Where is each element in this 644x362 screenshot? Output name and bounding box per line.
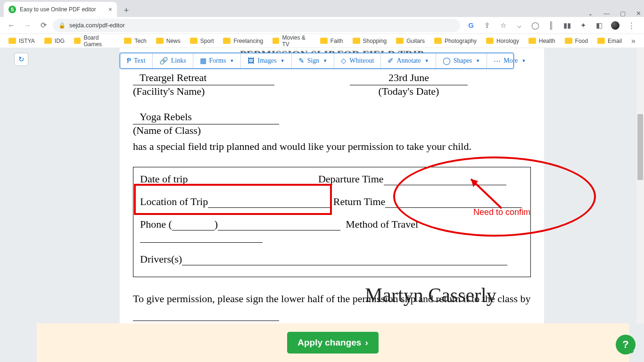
sign-icon: ✎: [298, 57, 305, 65]
bookmark-label: News: [166, 38, 181, 44]
tool-annotate[interactable]: ✐Annotate▼: [381, 53, 436, 68]
phone-area-input[interactable]: [172, 221, 215, 230]
tool-more[interactable]: ⋯More▼: [487, 53, 532, 68]
annotation-rectangle[interactable]: [134, 184, 332, 215]
tool-text[interactable]: ⱣText: [120, 53, 153, 68]
folder-icon: [353, 38, 360, 44]
sidepanel-icon[interactable]: ◧: [595, 21, 603, 30]
bookmark-label: Tech: [134, 38, 146, 44]
kebab-menu-icon[interactable]: ⋮: [627, 21, 636, 30]
tool-label: Whiteout: [349, 57, 374, 65]
tool-sign[interactable]: ✎Sign▼: [292, 53, 335, 68]
chevron-down-icon[interactable]: ⌄: [588, 10, 593, 17]
bookmark-shopping[interactable]: Shopping: [349, 36, 391, 46]
editor-canvas: ↻ PERMISSION SLIP FOR FIELD TRIP ⱣText 🔗…: [0, 48, 644, 362]
bookmark-label: Board Games: [83, 34, 115, 48]
bookmark-istya[interactable]: ISTYA: [5, 36, 39, 46]
folder-icon: [320, 38, 328, 44]
facility-value[interactable]: Treargel Retreat: [133, 72, 274, 85]
bookmark-movies-tv[interactable]: Movies & TV: [269, 33, 314, 49]
star-icon[interactable]: ☆: [499, 21, 507, 30]
browser-tab[interactable]: S Easy to use Online PDF editor ×: [4, 2, 117, 17]
bookmark-board-games[interactable]: Board Games: [70, 33, 118, 49]
vertical-scrollbar[interactable]: [636, 48, 644, 323]
tool-whiteout[interactable]: ◇Whiteout: [334, 53, 381, 68]
back-button[interactable]: ←: [5, 19, 18, 32]
bookmark-faith[interactable]: Faith: [316, 36, 347, 46]
bookmark-guitars[interactable]: Guitars: [392, 36, 429, 46]
bookmarks-overflow-icon[interactable]: »: [627, 37, 639, 45]
bookmark-horology[interactable]: Horology: [482, 36, 523, 46]
pdf-page[interactable]: PERMISSION SLIP FOR FIELD TRIP ⱣText 🔗Li…: [120, 48, 544, 362]
bookmark-label: Sport: [200, 38, 214, 44]
eraser-icon: ◇: [341, 57, 347, 65]
rotate-page-button[interactable]: ↻: [14, 53, 28, 66]
minimize-icon[interactable]: —: [603, 10, 610, 17]
return-by-date-input[interactable]: [133, 312, 279, 321]
bookmark-sport[interactable]: Sport: [186, 36, 218, 46]
profile-avatar[interactable]: [611, 21, 619, 30]
date-field: 23rd June (Today's Date): [350, 72, 468, 98]
ext-barcode-icon[interactable]: ▮▮: [563, 21, 571, 30]
sejda-favicon: S: [8, 6, 16, 13]
pen-icon: ✐: [388, 57, 394, 65]
drivers-label: Drivers(s): [140, 253, 182, 265]
bookmark-food[interactable]: Food: [561, 36, 592, 46]
bookmark-health[interactable]: Health: [525, 36, 559, 46]
tool-label: Images: [257, 57, 276, 65]
folder-icon: [124, 38, 132, 44]
extensions-icon[interactable]: ✦: [579, 21, 587, 30]
bookmark-label: Health: [539, 38, 555, 44]
caret-down-icon: ▼: [230, 58, 234, 63]
tool-label: Shapes: [454, 57, 472, 65]
method-of-travel-input[interactable]: [140, 233, 263, 243]
class-value[interactable]: Yoga Rebels: [133, 111, 279, 124]
phone-input[interactable]: [218, 221, 340, 230]
annotation-text[interactable]: Need to confim: [473, 207, 530, 217]
ext-bars-icon[interactable]: ║: [547, 21, 555, 30]
image-icon: 🖼: [248, 57, 255, 65]
browser-tabstrip: S Easy to use Online PDF editor × + ⌄ — …: [0, 0, 644, 17]
maximize-icon[interactable]: ▢: [620, 10, 626, 17]
trip-row-4: Drivers(s): [140, 253, 524, 265]
pocket-icon[interactable]: ⌵: [515, 21, 523, 30]
bookmark-email[interactable]: Email: [594, 36, 626, 46]
folder-icon: [434, 38, 442, 44]
tool-label: Sign: [307, 57, 320, 65]
bookmark-label: ISTYA: [19, 38, 35, 44]
bookmark-news[interactable]: News: [152, 36, 184, 46]
address-bar[interactable]: 🔒 sejda.com/pdf-editor: [53, 19, 460, 32]
close-window-icon[interactable]: ✕: [636, 10, 641, 17]
bookmark-tech[interactable]: Tech: [120, 36, 150, 46]
google-icon[interactable]: G: [467, 21, 475, 30]
facility-label: (Facility's Name): [133, 85, 274, 98]
method-of-travel-label: Method of Travel: [346, 218, 418, 230]
drivers-input[interactable]: [182, 256, 507, 265]
bookmarks-bar: ISTYA IDG Board Games Tech News Sport Fr…: [0, 34, 644, 48]
form-icon: ▦: [200, 57, 206, 65]
forward-button[interactable]: →: [21, 19, 34, 32]
bookmark-photography[interactable]: Photography: [430, 36, 480, 46]
scrollbar-thumb[interactable]: [637, 114, 643, 180]
share-icon[interactable]: ⇪: [483, 21, 491, 30]
folder-icon: [597, 38, 605, 44]
bookmark-idg[interactable]: IDG: [41, 36, 68, 46]
bookmark-label: Horology: [496, 38, 519, 44]
intro-sentence: has a special field trip planned and wou…: [133, 140, 531, 154]
date-value[interactable]: 23rd June: [350, 72, 468, 85]
reload-button[interactable]: ⟳: [37, 19, 50, 32]
folder-icon: [8, 38, 16, 44]
tool-images[interactable]: 🖼Images▼: [241, 53, 291, 68]
bookmark-freelancing[interactable]: Freelancing: [219, 36, 267, 46]
tool-shapes[interactable]: ◯Shapes▼: [436, 53, 487, 68]
return-time-label: Return Time: [333, 196, 386, 207]
signature[interactable]: Martyn Casserly: [365, 284, 496, 306]
close-tab-icon[interactable]: ×: [108, 6, 112, 13]
tool-forms[interactable]: ▦Forms▼: [193, 53, 241, 68]
apply-changes-button[interactable]: Apply changes ›: [287, 332, 378, 354]
link-icon: 🔗: [159, 57, 168, 65]
tool-links[interactable]: 🔗Links: [153, 53, 193, 68]
new-tab-button[interactable]: +: [120, 4, 133, 17]
adblock-icon[interactable]: ◯: [531, 21, 539, 30]
help-button[interactable]: ?: [616, 335, 636, 354]
